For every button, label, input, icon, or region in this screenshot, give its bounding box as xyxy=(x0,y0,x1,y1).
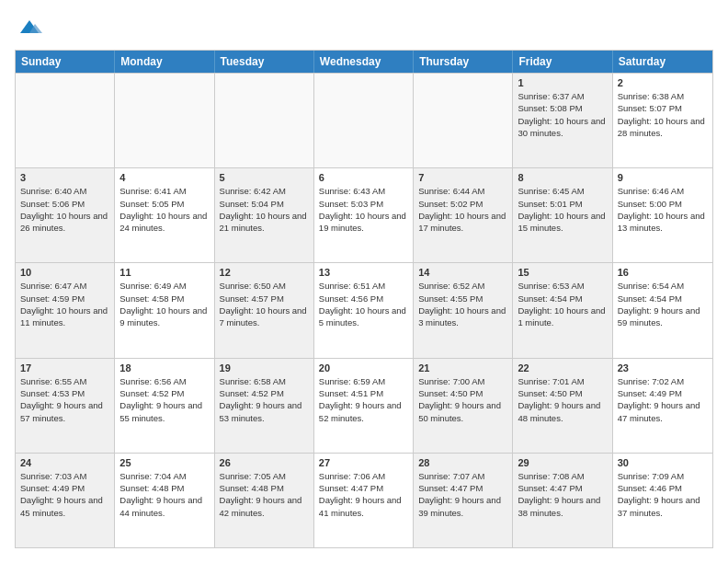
calendar-cell: 21Sunrise: 7:00 AM Sunset: 4:50 PM Dayli… xyxy=(414,359,513,453)
day-number: 26 xyxy=(220,457,309,468)
day-info: Sunrise: 6:54 AM Sunset: 4:54 PM Dayligh… xyxy=(618,280,708,328)
day-info: Sunrise: 7:09 AM Sunset: 4:46 PM Dayligh… xyxy=(618,470,708,519)
day-header-friday: Friday xyxy=(513,51,612,73)
day-header-monday: Monday xyxy=(115,51,214,73)
calendar-cell xyxy=(115,74,214,167)
calendar-cell: 7Sunrise: 6:44 AM Sunset: 5:02 PM Daylig… xyxy=(414,168,513,262)
calendar-cell: 6Sunrise: 6:43 AM Sunset: 5:03 PM Daylig… xyxy=(314,168,414,262)
day-info: Sunrise: 7:05 AM Sunset: 4:48 PM Dayligh… xyxy=(220,470,309,519)
day-number: 10 xyxy=(20,267,109,278)
day-number: 6 xyxy=(319,172,408,183)
calendar-cell: 16Sunrise: 6:54 AM Sunset: 4:54 PM Dayli… xyxy=(613,263,712,357)
calendar-cell: 2Sunrise: 6:38 AM Sunset: 5:07 PM Daylig… xyxy=(613,74,712,167)
calendar-cell: 15Sunrise: 6:53 AM Sunset: 4:54 PM Dayli… xyxy=(513,263,612,357)
calendar-cell: 5Sunrise: 6:42 AM Sunset: 5:04 PM Daylig… xyxy=(215,168,314,262)
day-info: Sunrise: 6:52 AM Sunset: 4:55 PM Dayligh… xyxy=(418,280,507,328)
day-number: 16 xyxy=(618,267,708,278)
day-info: Sunrise: 6:46 AM Sunset: 5:00 PM Dayligh… xyxy=(618,185,708,234)
calendar-cell: 26Sunrise: 7:05 AM Sunset: 4:48 PM Dayli… xyxy=(215,454,314,547)
calendar-cell: 27Sunrise: 7:06 AM Sunset: 4:47 PM Dayli… xyxy=(314,454,414,547)
day-info: Sunrise: 6:42 AM Sunset: 5:04 PM Dayligh… xyxy=(220,185,309,234)
day-info: Sunrise: 6:53 AM Sunset: 4:54 PM Dayligh… xyxy=(518,280,607,328)
day-number: 18 xyxy=(119,362,209,373)
day-number: 5 xyxy=(220,172,309,183)
day-number: 3 xyxy=(20,172,109,183)
calendar-body: 1Sunrise: 6:37 AM Sunset: 5:08 PM Daylig… xyxy=(16,73,712,547)
day-number: 12 xyxy=(220,267,309,278)
calendar-cell: 10Sunrise: 6:47 AM Sunset: 4:59 PM Dayli… xyxy=(16,263,115,357)
day-header-tuesday: Tuesday xyxy=(215,51,314,73)
day-info: Sunrise: 6:44 AM Sunset: 5:02 PM Dayligh… xyxy=(418,185,507,234)
calendar-cell: 8Sunrise: 6:45 AM Sunset: 5:01 PM Daylig… xyxy=(513,168,612,262)
day-info: Sunrise: 7:07 AM Sunset: 4:47 PM Dayligh… xyxy=(418,470,507,519)
day-info: Sunrise: 6:49 AM Sunset: 4:58 PM Dayligh… xyxy=(119,280,209,328)
calendar-cell xyxy=(215,74,314,167)
header xyxy=(15,15,713,40)
calendar-cell: 30Sunrise: 7:09 AM Sunset: 4:46 PM Dayli… xyxy=(613,454,712,547)
day-info: Sunrise: 6:59 AM Sunset: 4:51 PM Dayligh… xyxy=(319,375,408,424)
day-number: 19 xyxy=(220,362,309,373)
day-info: Sunrise: 6:45 AM Sunset: 5:01 PM Dayligh… xyxy=(518,185,607,234)
calendar-row-4: 17Sunrise: 6:55 AM Sunset: 4:53 PM Dayli… xyxy=(16,358,712,453)
day-header-sunday: Sunday xyxy=(16,51,115,73)
logo xyxy=(15,15,42,40)
day-info: Sunrise: 6:51 AM Sunset: 4:56 PM Dayligh… xyxy=(319,280,408,328)
calendar-cell: 13Sunrise: 6:51 AM Sunset: 4:56 PM Dayli… xyxy=(314,263,414,357)
calendar-cell xyxy=(314,74,414,167)
day-info: Sunrise: 7:00 AM Sunset: 4:50 PM Dayligh… xyxy=(418,375,507,424)
calendar-row-3: 10Sunrise: 6:47 AM Sunset: 4:59 PM Dayli… xyxy=(16,262,712,357)
day-number: 21 xyxy=(418,362,507,373)
calendar-cell: 3Sunrise: 6:40 AM Sunset: 5:06 PM Daylig… xyxy=(16,168,115,262)
day-info: Sunrise: 6:41 AM Sunset: 5:05 PM Dayligh… xyxy=(119,185,209,234)
day-info: Sunrise: 6:50 AM Sunset: 4:57 PM Dayligh… xyxy=(220,280,309,328)
calendar-cell: 9Sunrise: 6:46 AM Sunset: 5:00 PM Daylig… xyxy=(613,168,712,262)
calendar-cell xyxy=(414,74,513,167)
day-number: 27 xyxy=(319,457,408,468)
calendar-cell: 12Sunrise: 6:50 AM Sunset: 4:57 PM Dayli… xyxy=(215,263,314,357)
calendar-cell: 17Sunrise: 6:55 AM Sunset: 4:53 PM Dayli… xyxy=(16,359,115,453)
day-number: 22 xyxy=(518,362,607,373)
day-info: Sunrise: 7:02 AM Sunset: 4:49 PM Dayligh… xyxy=(618,375,708,424)
day-number: 24 xyxy=(20,457,109,468)
day-number: 29 xyxy=(518,457,607,468)
day-info: Sunrise: 7:01 AM Sunset: 4:50 PM Dayligh… xyxy=(518,375,607,424)
calendar-cell: 1Sunrise: 6:37 AM Sunset: 5:08 PM Daylig… xyxy=(513,74,612,167)
day-number: 7 xyxy=(418,172,507,183)
day-number: 8 xyxy=(518,172,607,183)
page: SundayMondayTuesdayWednesdayThursdayFrid… xyxy=(0,0,728,563)
calendar-cell: 25Sunrise: 7:04 AM Sunset: 4:48 PM Dayli… xyxy=(115,454,214,547)
day-info: Sunrise: 7:04 AM Sunset: 4:48 PM Dayligh… xyxy=(119,470,209,519)
day-info: Sunrise: 6:47 AM Sunset: 4:59 PM Dayligh… xyxy=(20,280,109,328)
calendar-row-2: 3Sunrise: 6:40 AM Sunset: 5:06 PM Daylig… xyxy=(16,167,712,262)
day-info: Sunrise: 7:03 AM Sunset: 4:49 PM Dayligh… xyxy=(20,470,109,519)
day-number: 1 xyxy=(518,77,607,88)
day-number: 30 xyxy=(618,457,708,468)
calendar-cell: 29Sunrise: 7:08 AM Sunset: 4:47 PM Dayli… xyxy=(513,454,612,547)
calendar-cell: 24Sunrise: 7:03 AM Sunset: 4:49 PM Dayli… xyxy=(16,454,115,547)
day-number: 4 xyxy=(119,172,209,183)
calendar-cell: 19Sunrise: 6:58 AM Sunset: 4:52 PM Dayli… xyxy=(215,359,314,453)
day-number: 23 xyxy=(618,362,708,373)
calendar-cell: 18Sunrise: 6:56 AM Sunset: 4:52 PM Dayli… xyxy=(115,359,214,453)
day-info: Sunrise: 6:58 AM Sunset: 4:52 PM Dayligh… xyxy=(220,375,309,424)
calendar-cell xyxy=(16,74,115,167)
day-info: Sunrise: 6:43 AM Sunset: 5:03 PM Dayligh… xyxy=(319,185,408,234)
day-header-thursday: Thursday xyxy=(414,51,513,73)
day-info: Sunrise: 6:38 AM Sunset: 5:07 PM Dayligh… xyxy=(618,90,708,139)
day-number: 20 xyxy=(319,362,408,373)
calendar-cell: 14Sunrise: 6:52 AM Sunset: 4:55 PM Dayli… xyxy=(414,263,513,357)
day-header-saturday: Saturday xyxy=(613,51,712,73)
calendar-header: SundayMondayTuesdayWednesdayThursdayFrid… xyxy=(16,51,712,73)
day-info: Sunrise: 7:08 AM Sunset: 4:47 PM Dayligh… xyxy=(518,470,607,519)
day-number: 13 xyxy=(319,267,408,278)
day-number: 25 xyxy=(119,457,209,468)
calendar: SundayMondayTuesdayWednesdayThursdayFrid… xyxy=(15,50,713,548)
day-info: Sunrise: 6:40 AM Sunset: 5:06 PM Dayligh… xyxy=(20,185,109,234)
day-header-wednesday: Wednesday xyxy=(314,51,414,73)
calendar-cell: 22Sunrise: 7:01 AM Sunset: 4:50 PM Dayli… xyxy=(513,359,612,453)
calendar-cell: 4Sunrise: 6:41 AM Sunset: 5:05 PM Daylig… xyxy=(115,168,214,262)
day-number: 11 xyxy=(119,267,209,278)
day-number: 28 xyxy=(418,457,507,468)
logo-icon xyxy=(17,15,42,40)
day-number: 17 xyxy=(20,362,109,373)
